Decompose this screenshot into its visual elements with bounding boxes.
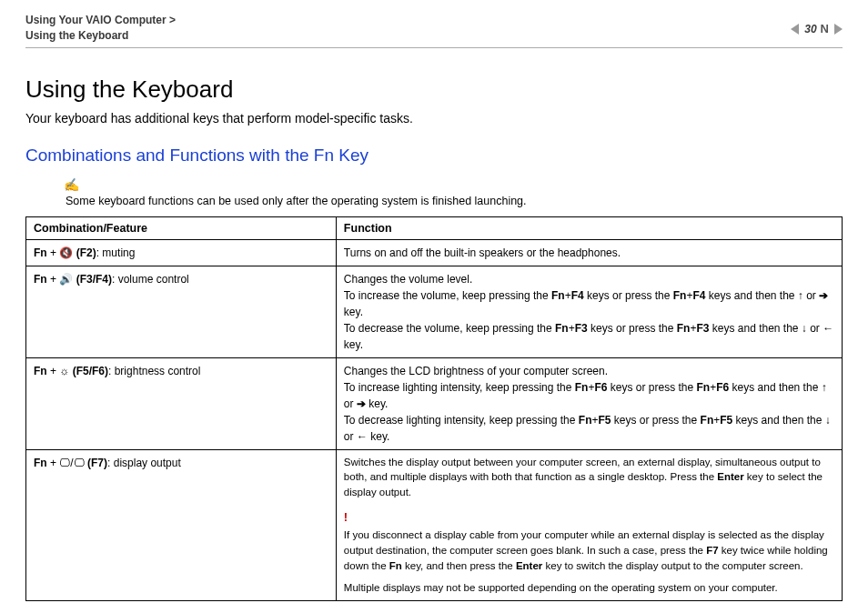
page-n-label: N [821,22,829,35]
key-word: key. [366,397,388,410]
func-cell-f5f6: Changes the LCD brightness of your compu… [336,357,842,449]
key-fn: Fn [389,560,402,571]
next-page-icon[interactable] [834,24,843,35]
note-block: ✍ Some keyboard functions can be used on… [25,176,843,207]
key-fn: Fn [701,414,714,427]
key-f3: F3 [575,322,588,335]
combo-cell-f7: Fn + 🖵/🖵 (F7): display output [26,449,337,601]
func-text: keys or press the [611,414,701,427]
header-bar: Using Your VAIO Computer > Using the Key… [25,13,843,44]
breadcrumb-separator: > [169,14,176,26]
func-text: To decrease lighting intensity, keep pre… [344,414,579,427]
plus: + [569,322,575,335]
key-fn: Fn [673,289,687,302]
combo-cell-f2: Fn + 🔇 (F2): muting [26,239,337,266]
arrow-right-icon: ➔ [357,397,366,410]
func-text: keys and then the [705,289,797,302]
fn-label: Fn [34,365,47,377]
combo-desc: : volume control [112,273,189,286]
key-fn: Fn [555,322,569,335]
func-cell-f2: Turns on and off the built-in speakers o… [336,239,842,266]
key-fn: Fn [575,381,589,394]
combo-cell-f5f6: Fn + ☼ (F5/F6): brightness control [26,357,337,449]
page-nav: 30 N [791,13,843,35]
document-page: Using Your VAIO Computer > Using the Key… [0,0,868,613]
warning-icon: ! [344,509,348,527]
func-text: keys and then the [729,381,821,394]
or-sep: or [807,322,823,335]
key-enter: Enter [516,560,542,571]
key-f6: F6 [716,381,729,394]
key-fn: Fn [551,289,565,302]
key-f5: F5 [598,414,611,427]
func-line: Changes the LCD brightness of your compu… [344,365,608,377]
key-f5f6: (F5/F6) [69,365,108,377]
func-text: key, and then press the [402,560,516,571]
func-text: To increase the volume, keep pressing th… [344,289,551,302]
func-text: To increase lighting intensity, keep pre… [344,381,575,394]
key-word: key. [368,430,389,443]
combo-desc: : display output [107,457,181,469]
arrow-right-icon: ➔ [819,289,828,302]
key-word: key. [344,338,363,351]
table-row: Fn + 🖵/🖵 (F7): display output Switches t… [26,449,843,601]
key-f4: F4 [571,289,584,302]
plus-sep: + [47,246,60,259]
plus-sep: + [47,457,60,469]
brightness-icon: ☼ [59,365,69,377]
key-f4: F4 [692,289,705,302]
section-heading: Combinations and Functions with the Fn K… [25,146,843,166]
page-title: Using the Keyboard [25,75,843,104]
key-f6: F6 [594,381,607,394]
fn-key-table: Combination/Feature Function Fn + 🔇 (F2)… [25,216,843,602]
key-word: key. [344,306,363,318]
func-cell-f7: Switches the display output between your… [336,449,842,601]
intro-text: Your keyboard has additional keys that p… [25,111,843,126]
header-divider [25,47,843,48]
fn-label: Fn [34,246,47,259]
combo-desc: : muting [96,246,136,259]
func-text: Multiple displays may not be supported d… [344,582,778,593]
func-text: keys and then the [732,414,824,427]
content-area: Using the Keyboard Your keyboard has add… [25,75,843,602]
func-text: keys and then the [709,322,801,335]
fn-label: Fn [34,457,47,469]
th-function: Function [336,216,842,239]
key-f2: (F2) [73,246,96,259]
key-fn: Fn [579,414,592,427]
func-text: keys or press the [588,322,677,335]
arrow-down-icon: ↓ [825,414,831,427]
func-cell-f3f4: Changes the volume level. To increase th… [336,266,842,357]
breadcrumb-page: Using the Keyboard [25,29,128,42]
key-f5: F5 [720,414,732,427]
key-fn: Fn [697,381,711,394]
or-sep: or [344,397,357,410]
or-sep: or [803,289,819,302]
breadcrumb-section: Using Your VAIO Computer [25,14,167,26]
key-enter: Enter [717,471,743,482]
fn-label: Fn [34,273,47,286]
volume-icon: 🔊 [59,273,73,286]
plus-sep: + [47,273,60,286]
key-fn: Fn [677,322,691,335]
key-f3f4: (F3/F4) [73,273,112,286]
plus: + [565,289,571,302]
note-pencil-icon: ✍ [64,177,79,192]
page-number: 30 [804,23,816,35]
arrow-left-icon: ← [823,322,833,335]
prev-page-icon[interactable] [791,24,799,35]
table-row: Fn + 🔊 (F3/F4): volume control Changes t… [26,266,843,357]
func-text: key to switch the display output to the … [542,560,802,571]
key-f7: F7 [706,545,718,556]
func-line: Changes the volume level. [344,273,472,286]
key-f3: F3 [696,322,709,335]
table-header-row: Combination/Feature Function [26,216,843,239]
key-f7: (F7) [85,457,107,469]
th-combination: Combination/Feature [26,216,337,239]
arrow-up-icon: ↑ [822,381,827,394]
func-text: To decrease the volume, keep pressing th… [344,322,555,335]
table-row: Fn + ☼ (F5/F6): brightness control Chang… [26,357,843,449]
func-text: keys or press the [584,289,673,302]
external-display-icon: 🖵 [74,457,85,469]
func-text: keys or press the [607,381,696,394]
